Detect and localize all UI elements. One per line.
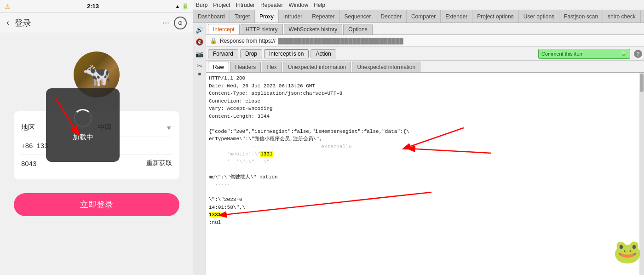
http-line-9: erTypeName\":\"微信小程序会员,注册会员\", xyxy=(209,135,641,143)
status-left: ⚠ xyxy=(5,3,11,10)
highlight-1331-1: 1331 xyxy=(260,151,272,157)
response-url: Response from https:// xyxy=(220,38,276,44)
menu-repeater[interactable]: Repeater xyxy=(260,2,283,8)
phone-nav-bar: ‹ 登录 ··· ⊙ xyxy=(0,13,193,33)
burp-left-sidebar: 🔊 🔇 📷 ✂ xyxy=(193,23,206,275)
http-line-5: Vary: Accept-Encoding xyxy=(209,105,641,113)
back-icon[interactable]: ‹ xyxy=(6,18,9,28)
tab-repeater[interactable]: Repeater xyxy=(307,10,339,23)
tab-shiro[interactable]: shiro check xyxy=(603,10,641,23)
http-line-8: {"code":"200","isCrmRegist":false,"isMem… xyxy=(209,128,641,136)
http-line-blur2: ····· xyxy=(209,181,641,189)
battery-icon: 🔋 xyxy=(182,3,189,10)
menu-burp[interactable]: Burp xyxy=(196,2,207,8)
burp-suite-panel: Burp Project Intruder Repeater Window He… xyxy=(193,0,644,275)
drop-button[interactable]: Drop xyxy=(240,49,262,58)
more-icon[interactable]: ··· xyxy=(162,18,169,28)
http-line-14: 14:01:58\",\ xyxy=(209,204,641,212)
burp-main: Intercept HTTP history WebSockets histor… xyxy=(206,23,644,275)
lock-icon: 🔒 xyxy=(210,37,217,44)
loading-text: 加载中 xyxy=(73,133,93,142)
sidebar-icon-mute[interactable]: 🔇 xyxy=(195,37,205,47)
proxy-tab-intercept[interactable]: Intercept xyxy=(208,24,240,34)
tab-fastjson[interactable]: Fastjson scan xyxy=(559,10,603,23)
http-line-1: HTTP/1.1 200 xyxy=(209,74,641,82)
refresh-button[interactable]: 重新获取 xyxy=(146,159,172,167)
loading-spinner xyxy=(74,109,92,127)
http-line-blur: ····· ··· externallu 'mobile':\"1331 ' '… xyxy=(209,143,351,166)
http-line-4: Connection: close xyxy=(209,97,641,105)
menu-window[interactable]: Window xyxy=(288,2,308,8)
phone-prefix: +86 xyxy=(21,142,33,149)
comment-text: Comment this item xyxy=(541,51,621,57)
forward-button[interactable]: Forward xyxy=(208,49,238,58)
dropdown-arrow: ▼ xyxy=(166,124,172,132)
tab-sequencer[interactable]: Sequencer xyxy=(340,10,376,23)
burp-tab-bar: Dashboard Target Proxy Intruder Repeater… xyxy=(193,10,644,23)
http-line-15: 1331 xyxy=(209,211,641,219)
tab-comparer[interactable]: Comparer xyxy=(407,10,441,23)
proxy-tab-bar: Intercept HTTP history WebSockets histor… xyxy=(206,23,644,35)
sidebar-dot xyxy=(198,73,201,75)
warning-icon: ⚠ xyxy=(5,3,11,10)
green-character: 🐸 xyxy=(613,236,642,270)
content-tab-bar: Raw Headers Hex Unexpected information U… xyxy=(206,61,644,73)
highlight-1331-2: 1331 xyxy=(209,212,221,218)
tab-burpcrypto[interactable]: BurpCrypto xyxy=(641,10,644,23)
action-toolbar: Forward Drop Intercept is on Action Comm… xyxy=(206,47,644,61)
tab-proxy[interactable]: Proxy xyxy=(255,10,279,23)
status-time: 2:13 xyxy=(87,3,99,10)
http-line-13: \":\"2023-0 xyxy=(209,196,641,204)
tab-dashboard[interactable]: Dashboard xyxy=(193,10,230,23)
tab-decoder[interactable]: Decoder xyxy=(376,10,407,23)
leaf-icon: 🍃 xyxy=(621,51,627,57)
http-blurred-row: ····· ··· externallu 'mobile':\"1331 ' '… xyxy=(209,143,641,166)
nav-right: ··· ⊙ xyxy=(162,17,187,29)
signal-icon: ▲ xyxy=(175,4,180,9)
comment-box[interactable]: Comment this item 🍃 xyxy=(538,49,630,59)
proxy-tab-options[interactable]: Options xyxy=(343,24,372,34)
tab-project-options[interactable]: Project options xyxy=(472,10,518,23)
tab-target[interactable]: Target xyxy=(230,10,255,23)
content-tab-unexpected-1[interactable]: Unexpected information xyxy=(283,62,351,72)
tab-intruder[interactable]: Intruder xyxy=(279,10,307,23)
http-line-3: Content-Type: application/json;charset=U… xyxy=(209,90,641,97)
login-button-text: 立即登录 xyxy=(80,199,113,210)
phone-page-title: 登录 xyxy=(15,17,31,29)
sidebar-icon-camera[interactable]: 📷 xyxy=(195,49,205,59)
content-tab-headers[interactable]: Headers xyxy=(230,62,261,72)
content-tab-raw[interactable]: Raw xyxy=(208,62,229,72)
login-button[interactable]: 立即登录 xyxy=(14,193,179,216)
http-line-7 xyxy=(209,120,641,128)
http-content-area: HTTP/1.1 200 Date: Wed, 26 Jul 2023 06:1… xyxy=(206,73,644,275)
loading-overlay: 加载中 xyxy=(46,88,120,162)
region-label: 地区 xyxy=(21,123,44,132)
sidebar-icon-scissors[interactable]: ✂ xyxy=(195,61,205,71)
menu-intruder[interactable]: Intruder xyxy=(236,2,255,8)
http-line-6: Content-Length: 3044 xyxy=(209,113,641,120)
menu-help[interactable]: Help xyxy=(314,2,325,8)
http-line-2: Date: Wed, 26 Jul 2023 06:13:26 GMT xyxy=(209,82,641,90)
tab-extender[interactable]: Extender xyxy=(441,10,472,23)
camera-icon[interactable]: ⊙ xyxy=(174,17,187,29)
intercept-button[interactable]: Intercept is on xyxy=(264,49,309,58)
burp-menu-bar: Burp Project Intruder Repeater Window He… xyxy=(193,0,644,10)
response-bar: 🔒 Response from https:// ███████████████… xyxy=(206,35,644,47)
menu-project[interactable]: Project xyxy=(213,2,230,8)
sidebar-icon-sound[interactable]: 🔊 xyxy=(195,25,205,35)
proxy-tab-http-history[interactable]: HTTP history xyxy=(241,24,283,34)
phone-content: 🐄 加载中 地区 中国 ▼ +86 133 xyxy=(0,33,193,275)
scrollbar-thumb[interactable] xyxy=(640,74,644,92)
phone-status-bar: ⚠ 2:13 ▲ 🔋 xyxy=(0,0,193,13)
http-line-11: me\":\"驾驶散人\" nation xyxy=(209,173,641,181)
http-line-16: :nul xyxy=(209,219,641,227)
content-tab-hex[interactable]: Hex xyxy=(262,62,282,72)
content-tab-unexpected-2[interactable]: Unexpected information xyxy=(352,62,420,72)
http-line-10 xyxy=(209,166,641,173)
status-right: ▲ 🔋 xyxy=(175,3,189,10)
tab-user-options[interactable]: User options xyxy=(519,10,559,23)
help-button[interactable]: ? xyxy=(634,50,642,58)
action-button[interactable]: Action xyxy=(310,49,336,58)
proxy-tab-websockets[interactable]: WebSockets history xyxy=(284,24,343,34)
http-line-12 xyxy=(209,189,641,196)
